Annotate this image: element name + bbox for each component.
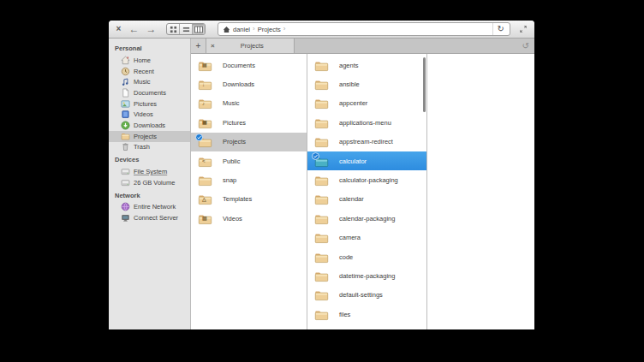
file-row-downloads[interactable]: ↓Downloads — [191, 74, 307, 93]
refresh-button[interactable]: ↻ — [492, 23, 509, 35]
scrollbar[interactable] — [423, 57, 426, 112]
selected-check-emblem — [312, 152, 319, 160]
folder-icon: < — [198, 156, 212, 167]
sidebar-item-music[interactable]: Music — [109, 76, 190, 87]
pictures-icon — [120, 99, 130, 109]
window-close-button[interactable]: × — [113, 25, 124, 33]
sidebar-section-personal: Personal — [109, 41, 190, 55]
grid-view-button[interactable] — [167, 24, 180, 34]
video-emblem-icon: ▥ — [202, 216, 207, 221]
file-name: agents — [339, 62, 359, 69]
sidebar-item-videos[interactable]: Videos — [109, 109, 190, 120]
folder-icon — [314, 136, 329, 147]
file-row-documents[interactable]: ▤Documents — [191, 56, 307, 74]
breadcrumb[interactable]: daniel›Projects› ↻ — [218, 22, 510, 36]
file-row-projects[interactable]: Projects — [191, 133, 307, 151]
file-name: Templates — [223, 195, 252, 203]
sidebar-item-connect-server[interactable]: Connect Server — [109, 212, 190, 223]
file-row-public[interactable]: <Public — [191, 151, 307, 170]
file-row-appcenter[interactable]: appcenter — [307, 94, 426, 113]
file-row-applications-menu[interactable]: applications-menu — [307, 113, 426, 132]
file-row-files[interactable]: files — [307, 305, 426, 323]
sidebar-item-label: Home — [134, 56, 151, 64]
folder-icon — [314, 117, 329, 128]
file-row-videos[interactable]: ▥Videos — [191, 209, 307, 228]
folder-icon — [314, 289, 329, 300]
miller-columns: ▤Documents↓Downloads♪Music▦PicturesProje… — [191, 54, 534, 329]
breadcrumb-item-projects[interactable]: Projects — [258, 26, 281, 33]
document-icon — [120, 88, 130, 98]
expand-window-button[interactable] — [516, 25, 530, 33]
file-name: Documents — [223, 62, 255, 69]
sidebar-item-downloads[interactable]: Downloads — [109, 120, 190, 131]
column-view-icon — [194, 26, 203, 33]
sidebar-item-recent[interactable]: Recent — [109, 66, 190, 77]
sidebar-item-documents[interactable]: Documents — [109, 87, 190, 98]
file-row-appstream-redirect[interactable]: appstream-redirect — [307, 133, 426, 151]
folder-icon — [314, 328, 329, 329]
videos-icon — [120, 110, 130, 119]
restore-tabs-icon[interactable]: ↺ — [522, 39, 534, 53]
sidebar-item-label: Documents — [134, 89, 166, 97]
file-name: datetime-packaging — [339, 272, 395, 280]
music-emblem-icon: ♪ — [202, 101, 205, 106]
file-row-calendar-packaging[interactable]: calendar-packaging — [307, 209, 426, 228]
file-row-calculator-packaging[interactable]: calculator-packaging — [307, 170, 426, 189]
folder-icon — [314, 60, 329, 71]
file-name: Music — [223, 99, 240, 107]
file-row-camera[interactable]: camera — [307, 228, 426, 247]
tab-projects[interactable]: × Projects — [206, 39, 295, 53]
list-view-button[interactable] — [180, 24, 193, 34]
file-name: Pictures — [223, 119, 246, 127]
sidebar-item-label: Recent — [134, 68, 154, 75]
sidebar-item-home[interactable]: Home — [109, 55, 190, 66]
folder-icon: ♪ — [198, 98, 212, 109]
file-row-calculator[interactable]: calculator — [307, 151, 426, 170]
desktop: { "toolbar": { "close_label": "×", "view… — [0, 0, 644, 362]
file-row-datetime-packaging[interactable]: datetime-packaging — [307, 266, 426, 285]
file-row-pictures[interactable]: ▦Pictures — [191, 113, 307, 132]
sidebar-item-26-gb-volume[interactable]: 26 GB Volume — [109, 177, 190, 188]
file-row-ansible[interactable]: ansible — [307, 74, 426, 93]
file-name: appcenter — [339, 99, 367, 107]
window-body: PersonalHomeRecentMusicDocumentsPictures… — [109, 39, 534, 329]
sidebar-item-entire-network[interactable]: Entire Network — [109, 202, 190, 213]
new-tab-button[interactable]: + — [191, 39, 206, 53]
file-row-snap[interactable]: snap — [191, 170, 307, 189]
sidebar-item-file-system[interactable]: File System — [109, 166, 190, 177]
forward-button[interactable]: → — [144, 24, 158, 34]
file-row-calendar[interactable]: calendar — [307, 190, 426, 209]
list-view-icon — [182, 26, 190, 33]
file-row-code[interactable]: code — [307, 247, 426, 266]
empty-column — [427, 54, 534, 329]
file-row-agents[interactable]: agents — [307, 56, 426, 74]
file-name: Projects — [223, 138, 246, 145]
back-button[interactable]: ← — [127, 24, 141, 34]
file-row-default-settings[interactable]: default-settings — [307, 286, 426, 305]
folder-icon — [314, 309, 329, 320]
sidebar-section-network: Network — [109, 188, 190, 202]
file-name: appstream-redirect — [339, 138, 393, 145]
sidebar-item-label: Videos — [134, 110, 153, 118]
file-name: applications-menu — [339, 119, 391, 127]
file-row-templates[interactable]: △Templates — [191, 190, 307, 209]
file-row-gala[interactable]: gala — [307, 323, 426, 329]
column-view-button[interactable] — [193, 24, 205, 34]
sidebar-item-label: 26 GB Volume — [134, 179, 175, 187]
sidebar-item-trash[interactable]: Trash — [109, 142, 190, 153]
sidebar-item-projects[interactable]: Projects — [109, 131, 190, 142]
headerbar: × ← → daniel›Projects› ↻ — [109, 21, 534, 39]
folder-icon: ↓ — [198, 79, 212, 90]
network-icon — [120, 202, 130, 211]
file-name: calendar-packaging — [339, 215, 395, 223]
breadcrumb-item-daniel[interactable]: daniel — [223, 26, 250, 33]
folder-icon — [198, 175, 212, 186]
home-icon — [120, 56, 130, 65]
sidebar-item-pictures[interactable]: Pictures — [109, 98, 190, 110]
folder-icon — [120, 132, 130, 141]
folder-icon: ▦ — [198, 117, 212, 128]
folder-icon: △ — [198, 193, 212, 205]
file-row-music[interactable]: ♪Music — [191, 94, 307, 113]
tab-bar: + × Projects ↺ — [191, 39, 534, 54]
folder-icon: ▤ — [198, 60, 212, 71]
